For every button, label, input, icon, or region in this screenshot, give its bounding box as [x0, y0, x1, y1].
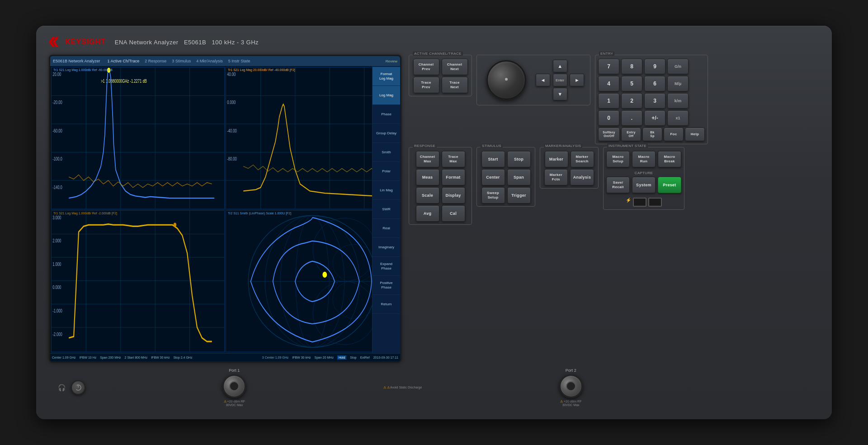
usb-port-2[interactable] [648, 198, 662, 207]
softkey-group-delay[interactable]: Group Delay [373, 124, 400, 143]
tab-2[interactable]: 2 Response [145, 59, 166, 63]
num-plusminus[interactable]: +/- [644, 110, 665, 126]
unit-mu[interactable]: M/µ [667, 76, 689, 91]
bottom-bar: 🎧 Port 1 ⚠ +20 dBm RF30VDC Max ⚠ ⚠ Avoid… [49, 368, 819, 407]
system-btn[interactable]: System [632, 177, 656, 193]
channel-prev-btn[interactable]: Channel Prev [413, 59, 439, 75]
softkey-polar[interactable]: Polar [373, 162, 400, 181]
unit-x1[interactable]: x1 [667, 110, 689, 126]
numpad: 7 8 9 G/n 4 5 6 M/µ 1 2 3 k/m 0 [598, 59, 689, 126]
start-btn[interactable]: Start [481, 151, 505, 167]
status-center-2: 3 Center 1.09 GHz [262, 356, 288, 359]
entry-off-btn[interactable]: EntryOff [621, 128, 641, 141]
trace-prev-btn[interactable]: Trace Prev [413, 77, 439, 93]
num-2[interactable]: 2 [621, 93, 642, 109]
softkey-lin-mag[interactable]: Lin Mag [373, 181, 400, 200]
softkey-imaginary[interactable]: Imaginary [373, 238, 400, 257]
meas-btn[interactable]: Meas [416, 169, 439, 185]
softkey-swr[interactable]: SWR [373, 200, 400, 219]
softkey-real[interactable]: Real [373, 219, 400, 238]
arrow-right-btn[interactable]: ► [570, 74, 584, 86]
scale-btn[interactable]: Scale [416, 187, 439, 204]
num-6[interactable]: 6 [644, 76, 665, 91]
port-1-circle[interactable] [222, 374, 246, 398]
num-8[interactable]: 8 [621, 59, 642, 74]
response-row4: Avg Cal [412, 205, 469, 222]
macro-setup-btn[interactable]: MacroSetup [606, 151, 630, 167]
stop-btn[interactable]: Stop [507, 151, 531, 167]
num-5[interactable]: 5 [621, 76, 642, 91]
keysight-chevron-icon [49, 37, 61, 47]
macro-break-btn[interactable]: MacroBreak [658, 151, 681, 167]
num-7[interactable]: 7 [598, 59, 619, 74]
response-row3: Scale Display [412, 187, 469, 204]
response-row2: Meas Format [412, 169, 469, 185]
softkey-on-off-btn[interactable]: SoftkeyOn/Off [598, 128, 620, 141]
tab-5[interactable]: 5 Instr State [228, 59, 250, 63]
num-4[interactable]: 4 [598, 76, 619, 91]
warning-icon-center: ⚠ ⚠ [383, 386, 390, 389]
avg-btn[interactable]: Avg [416, 205, 439, 222]
arrow-up-btn[interactable]: ▲ [553, 60, 567, 72]
row-top: Active Channel/Trace Channel Prev Channe… [409, 55, 819, 144]
macro-run-btn[interactable]: MacroRun [632, 151, 656, 167]
tab-3[interactable]: 3 Stimulus [172, 59, 191, 63]
channel-next-btn[interactable]: Channel Next [442, 59, 468, 75]
enter-btn[interactable]: Enter [553, 74, 567, 86]
left-controls: 🎧 [58, 380, 85, 395]
bk-sp-btn[interactable]: BkSp [642, 128, 662, 141]
foc-btn[interactable]: Foc [664, 128, 684, 141]
softkey-positive-phase[interactable]: PositivePhase [373, 276, 400, 295]
channel-max-btn[interactable]: ChannelMax [416, 151, 439, 167]
tab-1[interactable]: 1 Active Ch/Trace [108, 59, 140, 63]
svg-text:-20.00: -20.00 [52, 99, 62, 105]
unit-km[interactable]: k/m [667, 93, 689, 109]
softkey-smith[interactable]: Smith [373, 143, 400, 162]
softkey-phase[interactable]: Phase [373, 105, 400, 124]
unit-gn[interactable]: G/n [667, 59, 689, 74]
port-2-label: Port 2 [566, 368, 576, 373]
status-hold: Hold [337, 355, 346, 360]
cal-btn[interactable]: Cal [442, 205, 465, 222]
usb-port-1[interactable] [633, 198, 646, 207]
format-btn[interactable]: Format [442, 169, 465, 185]
num-0[interactable]: 0 [598, 110, 619, 126]
screen-area: E5061B Network Analyzer 1 Active Ch/Trac… [49, 55, 401, 363]
section-stimulus: Stimulus Start Stop Center Span SweepSet… [476, 147, 535, 207]
trace-next-btn[interactable]: Trace Next [442, 77, 468, 93]
num-9[interactable]: 9 [644, 59, 665, 74]
analysis-btn[interactable]: Analysis [570, 169, 594, 185]
rotary-knob[interactable] [486, 60, 526, 100]
marker-title: Marker/Analysis [544, 144, 582, 148]
marker-fctn-btn[interactable]: MarkerFctn [544, 169, 568, 185]
num-1[interactable]: 1 [598, 93, 619, 109]
status-datetime: 2010-09-30 17:11 [373, 356, 398, 359]
preset-btn[interactable]: Preset [658, 177, 681, 193]
display-btn[interactable]: Display [442, 187, 465, 204]
trace-max-btn[interactable]: TraceMax [442, 151, 465, 167]
softkey-return[interactable]: Return [373, 295, 400, 314]
keysight-logo: KEYSIGHT [49, 37, 106, 47]
svg-text:-2.000: -2.000 [52, 331, 62, 337]
span-btn[interactable]: Span [507, 169, 531, 185]
marker-btn[interactable]: Marker [545, 151, 568, 167]
usb-area: ⚡ [606, 198, 681, 207]
sweep-setup-btn[interactable]: SweepSetup [481, 187, 505, 204]
arrow-left-btn[interactable]: ◄ [536, 74, 550, 86]
softkey-logmag[interactable]: Log Mag [373, 86, 400, 105]
arrow-down-btn[interactable]: ▼ [553, 88, 567, 100]
num-3[interactable]: 3 [644, 93, 665, 109]
tab-4[interactable]: 4 Mkr/Analysis [196, 59, 223, 63]
trigger-btn[interactable]: Trigger [507, 187, 531, 204]
save-recall-btn[interactable]: Save/Recall [606, 177, 630, 193]
status-span-2: Span 20 MHz [314, 356, 333, 359]
softkey-format-logmag[interactable]: FormatLog Mag [373, 67, 400, 86]
marker-search-btn[interactable]: MarkerSearch [571, 151, 594, 167]
num-decimal[interactable]: . [621, 110, 642, 126]
row-middle: Response ChannelMax TraceMax Meas Format… [409, 147, 819, 225]
center-btn[interactable]: Center [481, 169, 505, 185]
port-2-circle[interactable] [559, 374, 583, 398]
softkey-expand-phase[interactable]: ExpandPhase [373, 257, 400, 276]
power-button[interactable] [71, 380, 85, 395]
help-btn[interactable]: Help [685, 128, 705, 141]
